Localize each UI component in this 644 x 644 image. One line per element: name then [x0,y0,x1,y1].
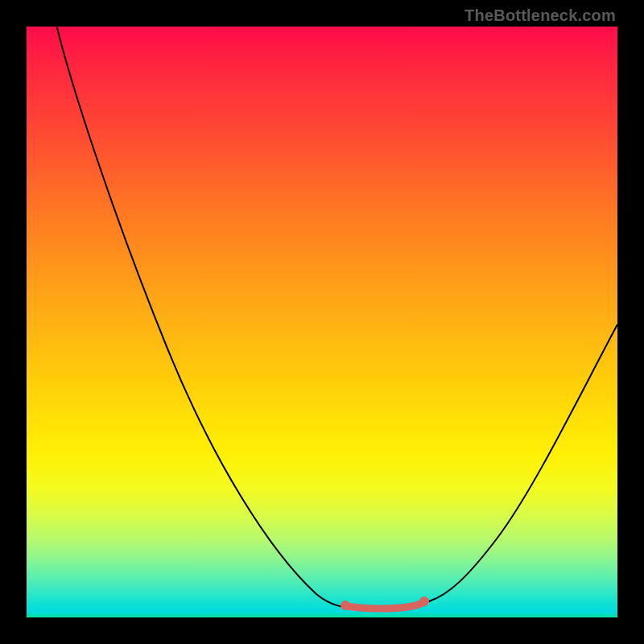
highlight-marker-line [347,603,423,609]
highlight-marker-dot-left [341,601,350,610]
plot-area [27,27,617,617]
curve-svg [27,27,617,617]
chart-frame: TheBottleneck.com [0,0,644,644]
bottleneck-curve [53,27,617,609]
watermark-text: TheBottleneck.com [464,6,616,25]
highlight-marker-dot-right [419,597,429,606]
